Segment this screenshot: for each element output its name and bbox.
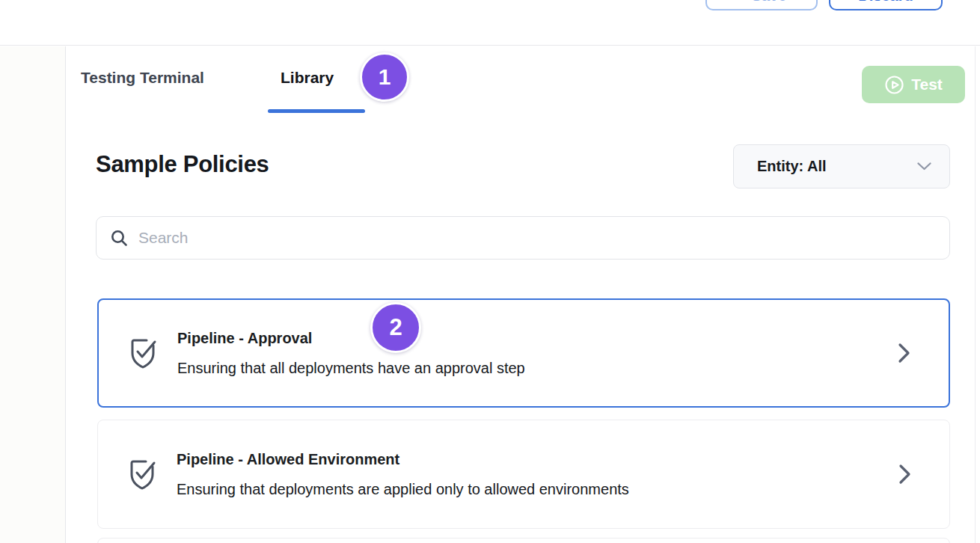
tab-testing-terminal[interactable]: Testing Terminal <box>81 69 204 87</box>
chevron-down-icon <box>917 162 931 171</box>
right-panel-divider <box>975 46 976 543</box>
policy-card-pipeline-allowed-environment[interactable]: Pipeline - Allowed Environment Ensuring … <box>97 420 950 529</box>
page-title: Sample Policies <box>96 151 269 178</box>
policy-card-text: Pipeline - Approval Ensuring that all de… <box>177 330 896 377</box>
plus-icon: + <box>737 0 747 4</box>
entity-filter-value: Entity: All <box>757 158 917 175</box>
chevron-right-icon <box>896 343 913 363</box>
save-button-label: Save <box>752 0 787 4</box>
policy-card-text: Pipeline - Allowed Environment Ensuring … <box>177 451 897 498</box>
search-bar <box>96 216 950 260</box>
policy-title: Pipeline - Allowed Environment <box>177 451 897 468</box>
shield-check-icon <box>126 335 159 371</box>
app-screen: + Save Discard Testing Terminal Library … <box>0 0 980 543</box>
top-action-bar: + Save Discard <box>0 0 980 46</box>
save-button[interactable]: + Save <box>705 0 818 10</box>
policy-card-partial[interactable] <box>97 538 950 543</box>
shield-check-icon <box>126 456 159 492</box>
annotation-step-badge-1: 1 <box>360 52 409 102</box>
play-circle-icon <box>884 75 904 95</box>
search-input[interactable] <box>138 229 936 247</box>
left-sidebar <box>0 46 66 543</box>
policy-title: Pipeline - Approval <box>177 330 896 347</box>
discard-button-label: Discard <box>858 0 913 4</box>
policy-description: Ensuring that deployments are applied on… <box>177 481 897 498</box>
tab-library[interactable]: Library <box>281 69 334 87</box>
policy-description: Ensuring that all deployments have an ap… <box>177 360 896 377</box>
annotation-step-badge-2: 2 <box>370 302 421 353</box>
active-tab-underline <box>268 109 365 113</box>
test-button-label: Test <box>911 76 943 93</box>
policy-card-pipeline-approval[interactable]: Pipeline - Approval Ensuring that all de… <box>97 298 950 408</box>
entity-filter-dropdown[interactable]: Entity: All <box>733 144 950 188</box>
search-icon <box>110 229 129 248</box>
discard-button[interactable]: Discard <box>829 0 943 10</box>
chevron-right-icon <box>897 464 913 485</box>
test-button[interactable]: Test <box>862 66 965 103</box>
